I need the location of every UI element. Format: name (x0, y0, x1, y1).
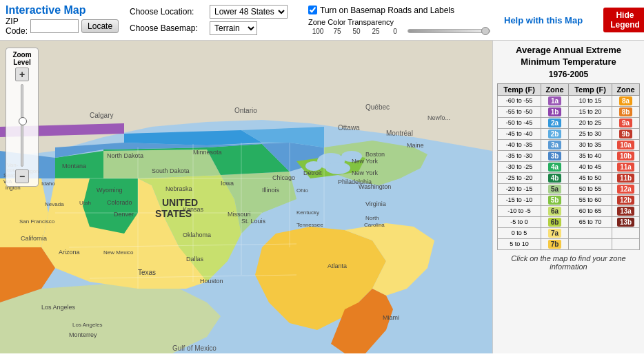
svg-text:Nevada: Nevada (45, 201, 64, 207)
table-row: 5 to 107b (498, 238, 640, 249)
table-row: -10 to -56a60 to 6513a (498, 205, 640, 216)
table-row: -40 to -353a30 to 3510a (498, 139, 640, 150)
temp-range-2: 30 to 35 (568, 139, 612, 150)
svg-text:Missouri: Missouri (228, 211, 251, 218)
svg-text:Gulf of Mexico: Gulf of Mexico (172, 344, 217, 352)
legend-table: Temp (F) Zone Temp (F) Zone -60 to -551a… (497, 83, 640, 250)
zip-section: ZIP Code: Locate (6, 17, 116, 36)
zip-input[interactable] (30, 19, 79, 33)
zoom-slider[interactable] (21, 84, 23, 167)
tick-0: 0 (385, 28, 405, 35)
svg-text:Boston: Boston (365, 151, 385, 158)
zone-1: 2b (541, 128, 569, 139)
svg-text:New York: New York (352, 169, 379, 176)
map-container[interactable]: Zoom Level + − (0, 41, 492, 353)
svg-text:Carolina: Carolina (364, 222, 385, 228)
temp-range-2: 25 to 30 (568, 128, 612, 139)
table-row: -50 to -452a20 to 259a (498, 117, 640, 128)
help-link[interactable]: Help with this Map (504, 15, 583, 25)
zone-2: 12a (612, 183, 640, 194)
zip-label: ZIP Code: (6, 17, 28, 36)
svg-text:Kansas: Kansas (183, 206, 204, 213)
svg-text:Illinois: Illinois (262, 187, 280, 194)
title-section: Interactive Map ZIP Code: Locate (6, 4, 116, 36)
right-controls: Turn on Basemap Roads and Labels Zone Co… (308, 6, 490, 35)
svg-text:Dallas: Dallas (186, 256, 204, 262)
zone-2 (612, 238, 640, 249)
table-row: -5 to 06b65 to 7013b (498, 216, 640, 227)
svg-text:Idaho: Idaho (41, 180, 56, 187)
map-svg[interactable]: Calgary Ontario Québec Newfo... Ottawa M… (0, 41, 492, 353)
zoom-out-button[interactable]: − (15, 169, 29, 183)
svg-text:Miami: Miami (383, 314, 399, 321)
zone-2: 12b (612, 194, 640, 205)
table-row: -35 to -303b35 to 4010b (498, 150, 640, 161)
temp-range-1: -40 to -35 (498, 139, 541, 150)
transparency-slider[interactable] (407, 29, 490, 33)
temp-range-1: 0 to 5 (498, 227, 541, 238)
zoom-slider-thumb[interactable] (19, 117, 27, 125)
main-area: Zoom Level + − (0, 41, 644, 353)
roads-label: Turn on Basemap Roads and Labels (320, 6, 454, 15)
temp-range-2: 40 to 45 (568, 161, 612, 172)
zone-1: 4a (541, 161, 569, 172)
zone-2: 11a (612, 161, 640, 172)
basemap-row: Choose Basemap: TerrainStreetSatelliteTo… (130, 21, 288, 35)
table-row: -30 to -254a40 to 4511a (498, 161, 640, 172)
tick-100: 100 (308, 28, 328, 35)
zoom-in-button[interactable]: + (15, 68, 29, 81)
temp-range-1: -25 to -20 (498, 172, 541, 183)
zone-1: 7a (541, 227, 569, 238)
svg-text:Oklahoma: Oklahoma (183, 231, 211, 238)
zone-2: 13b (612, 216, 640, 227)
controls-section: Choose Location: Lower 48 StatesAlaskaHa… (130, 5, 288, 35)
legend-rows: -60 to -551a10 to 158a-55 to -501b15 to … (498, 95, 640, 249)
svg-text:Texas: Texas (138, 269, 156, 276)
svg-text:Ottawa: Ottawa (338, 124, 360, 132)
svg-text:Montana: Montana (62, 163, 86, 169)
zone-1: 2a (541, 117, 569, 128)
svg-text:Ontario: Ontario (234, 107, 257, 114)
temp-range-2: 50 to 55 (568, 183, 612, 194)
roads-checkbox[interactable] (308, 6, 317, 14)
temp-range-2: 55 to 60 (568, 194, 612, 205)
temp-range-1: -15 to -10 (498, 194, 541, 205)
svg-text:Wyoming: Wyoming (97, 187, 122, 194)
tick-25: 25 (366, 28, 385, 35)
svg-text:Atlanta: Atlanta (328, 262, 347, 269)
slider-thumb[interactable] (481, 27, 490, 35)
header: Interactive Map ZIP Code: Locate Choose … (0, 0, 644, 41)
temp-range-2: 10 to 15 (568, 95, 612, 106)
tick-labels: 100 75 50 25 0 (308, 28, 405, 35)
locate-button[interactable]: Locate (81, 19, 119, 33)
tick-50: 50 (347, 28, 366, 35)
temp-range-1: -20 to -15 (498, 183, 541, 194)
hide-legend-button[interactable]: Hide Legend (603, 8, 644, 32)
svg-text:Denver: Denver (114, 211, 134, 218)
location-select[interactable]: Lower 48 StatesAlaskaHawaiiUnited States… (210, 5, 288, 19)
table-row: -15 to -105b55 to 6012b (498, 194, 640, 205)
zone-2 (612, 227, 640, 238)
table-row: -55 to -501b15 to 208b (498, 106, 640, 117)
transparency-slider-row: 100 75 50 25 0 (308, 28, 490, 35)
temp-range-1: -55 to -50 (498, 106, 541, 117)
svg-text:San Francisco: San Francisco (19, 218, 55, 225)
zone-2: 10a (612, 139, 640, 150)
temp-range-2: 60 to 65 (568, 205, 612, 216)
table-row: 0 to 57a (498, 227, 640, 238)
svg-text:Kentucky: Kentucky (296, 209, 319, 216)
location-row: Choose Location: Lower 48 StatesAlaskaHa… (130, 5, 288, 19)
basemap-select[interactable]: TerrainStreetSatelliteTopo (210, 21, 257, 35)
svg-text:St. Louis: St. Louis (241, 218, 266, 225)
temp-range-2 (568, 227, 612, 238)
svg-text:Tennessee: Tennessee (296, 222, 323, 228)
temp-range-1: -5 to 0 (498, 216, 541, 227)
temp-range-1: -60 to -55 (498, 95, 541, 106)
legend-panel: Average Annual Extreme Minimum Temperatu… (492, 41, 644, 353)
svg-text:Monterrey: Monterrey (69, 331, 97, 338)
legend-title: Average Annual Extreme Minimum Temperatu… (497, 45, 640, 68)
temp-range-1: -45 to -40 (498, 128, 541, 139)
svg-text:Montréal: Montréal (386, 130, 413, 137)
zone-1: 6b (541, 216, 569, 227)
svg-text:California: California (21, 235, 47, 242)
